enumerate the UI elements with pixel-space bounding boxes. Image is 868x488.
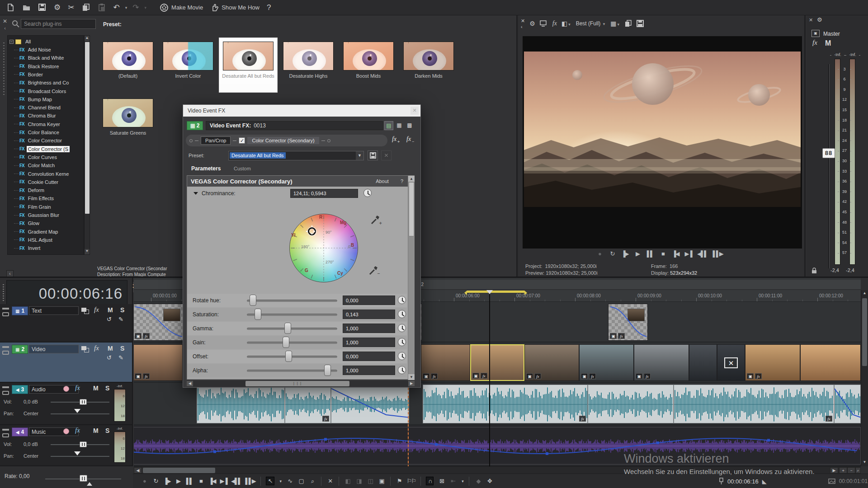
track-fx-icon[interactable]: fx bbox=[94, 306, 99, 314]
solo-button[interactable]: S bbox=[105, 385, 109, 392]
chevron-left-icon[interactable]: ‹ bbox=[2, 25, 8, 32]
scroll-up-icon[interactable]: ▲ bbox=[862, 291, 867, 296]
preset-label[interactable]: Desaturate Highs bbox=[279, 73, 338, 79]
fx-item-label[interactable]: Black Restore bbox=[27, 63, 60, 70]
preset-label[interactable]: Invert Color bbox=[159, 73, 217, 79]
pan-slider-track[interactable] bbox=[51, 413, 109, 414]
expand-track-keyframes-button[interactable]: ◆ bbox=[474, 478, 481, 484]
pan-slider-handle[interactable] bbox=[74, 451, 80, 455]
tab-parameters[interactable]: Parameters bbox=[191, 165, 221, 172]
playhead-marker[interactable] bbox=[486, 290, 493, 294]
scrollbar-thumb[interactable] bbox=[143, 468, 215, 473]
track-grip-icon[interactable] bbox=[2, 386, 9, 388]
panel-grip[interactable] bbox=[3, 284, 4, 302]
compositing-mode-icon[interactable] bbox=[81, 346, 89, 352]
event-fx-icon[interactable]: fx bbox=[579, 416, 586, 422]
undo-button[interactable]: ↶ bbox=[111, 1, 123, 14]
new-project-button[interactable] bbox=[4, 1, 18, 14]
preset-thumbnail[interactable] bbox=[223, 42, 274, 70]
audio-event[interactable]: fx bbox=[674, 385, 834, 423]
preset-label[interactable]: Desaturate All but Reds bbox=[219, 73, 278, 79]
master-fader-handle[interactable]: 88 bbox=[822, 148, 835, 158]
track-name-field[interactable]: Text bbox=[29, 306, 79, 315]
scroll-up-icon[interactable]: ▲ bbox=[408, 176, 415, 182]
chevron-down-icon[interactable]: ▾ bbox=[144, 5, 148, 10]
fx-item-label[interactable]: Convolution Kerne bbox=[27, 171, 71, 177]
fx-item[interactable]: FXFilm Grain bbox=[8, 203, 84, 211]
select-color-eyedropper-icon[interactable]: ＋ bbox=[370, 214, 382, 225]
zoom-tool-icon[interactable]: ⌕ bbox=[855, 467, 861, 474]
fx-item[interactable]: FXColor Match bbox=[8, 161, 84, 169]
fx-item[interactable]: FXColor Curves bbox=[8, 153, 84, 161]
fx-item[interactable]: FXChroma Keyer bbox=[8, 120, 84, 128]
pause-button[interactable]: ▌▌ bbox=[646, 250, 654, 257]
event-fx-icon[interactable]: fx bbox=[826, 416, 832, 422]
track-header-text[interactable]: ▦1TextfxMS↺✎ bbox=[0, 304, 132, 343]
event-fx-icon[interactable]: fx bbox=[431, 373, 438, 379]
insert-marker-button[interactable]: ⚑ bbox=[396, 478, 403, 484]
close-icon[interactable]: ✕‹ bbox=[521, 18, 525, 29]
mute-button[interactable]: M bbox=[93, 385, 99, 392]
parameter-slider-track[interactable] bbox=[247, 370, 337, 372]
enable-snapping-button[interactable]: ∩ bbox=[426, 477, 434, 485]
fx-item-label[interactable]: Color Corrector bbox=[27, 137, 63, 144]
audio-event[interactable] bbox=[331, 385, 409, 423]
fx-item-label[interactable]: Border bbox=[27, 71, 44, 78]
trim-shuffle-button[interactable]: ◫ bbox=[367, 478, 374, 484]
fx-item[interactable]: FXGradient Map bbox=[8, 228, 84, 236]
event-crop-icon[interactable]: ▣ bbox=[135, 333, 142, 339]
fx-item-label[interactable]: Black and White bbox=[27, 55, 65, 61]
fx-item[interactable]: FXDeform bbox=[8, 186, 84, 194]
parent-composite-icon[interactable]: ✎ bbox=[118, 354, 123, 361]
scroll-left-icon[interactable]: ◀ bbox=[187, 381, 193, 386]
event-fx-icon[interactable]: fx bbox=[618, 333, 625, 339]
about-button[interactable]: About bbox=[376, 178, 389, 184]
arm-record-button[interactable] bbox=[63, 428, 69, 434]
record-button[interactable]: ● bbox=[141, 478, 148, 484]
fx-item-label[interactable]: Glow bbox=[27, 220, 41, 226]
parameter-slider-handle[interactable] bbox=[324, 365, 331, 376]
dialog-titlebar[interactable]: Video Event FX ✕ bbox=[183, 105, 420, 117]
scroll-left-icon[interactable]: ◀ bbox=[134, 467, 142, 474]
next-frame-button[interactable]: ▌▌▶ bbox=[245, 478, 255, 484]
chain-plugin-button[interactable]: Color Corrector (Secondary) bbox=[247, 137, 319, 144]
delete-button[interactable]: ✕ bbox=[326, 478, 334, 484]
video-event[interactable]: ▣fx bbox=[579, 344, 634, 381]
fx-item-label[interactable]: Color Corrector (S bbox=[27, 146, 70, 152]
record-button[interactable]: ● bbox=[596, 250, 603, 257]
preset-thumbnail[interactable] bbox=[103, 42, 153, 70]
tool-dropdown-button[interactable]: ▾ bbox=[278, 479, 282, 483]
fx-item[interactable]: FXGlow bbox=[8, 219, 84, 227]
parameter-slider-handle[interactable] bbox=[283, 337, 289, 348]
save-snapshot-icon[interactable] bbox=[637, 20, 644, 27]
track-name-field[interactable]: Audio bbox=[29, 385, 79, 394]
loop-playback-button[interactable]: ↻ bbox=[152, 478, 159, 484]
list-view-icon[interactable]: ▤ bbox=[384, 121, 393, 130]
parameter-slider-handle[interactable] bbox=[250, 295, 256, 306]
preset-thumbnail[interactable] bbox=[403, 42, 454, 70]
crossfade-transition-icon[interactable]: ✕ bbox=[724, 357, 738, 368]
tree-scrollbar[interactable]: ▲ ▼ bbox=[84, 35, 90, 255]
close-icon[interactable]: ✕ bbox=[2, 18, 8, 24]
chrominance-point-marker[interactable] bbox=[308, 227, 316, 235]
track-grip-icon[interactable] bbox=[2, 429, 9, 431]
fx-item-label[interactable]: Brightness and Co bbox=[27, 80, 71, 86]
track-fx-icon[interactable]: fx bbox=[94, 344, 99, 352]
quantize-dropdown-button[interactable]: ▾ bbox=[460, 479, 464, 483]
pan-slider-handle[interactable] bbox=[74, 409, 80, 413]
detail-view-icon[interactable]: ▩ bbox=[405, 121, 414, 130]
play-button[interactable]: ▶ bbox=[634, 250, 641, 257]
parameters-scrollbar[interactable]: ▲ ▼ bbox=[408, 176, 415, 380]
scrollbar-thumb[interactable] bbox=[85, 42, 90, 214]
video-event[interactable]: ▣fx bbox=[745, 344, 800, 381]
parameter-slider-handle[interactable] bbox=[255, 309, 261, 320]
envelope-edit-tool-button[interactable]: ∿ bbox=[286, 478, 293, 484]
remove-fx-button[interactable]: fx－ bbox=[406, 136, 415, 145]
cut-button[interactable]: ✂ bbox=[65, 1, 77, 14]
chevron-down-icon[interactable]: ▾ bbox=[124, 5, 128, 10]
animate-clock-icon[interactable] bbox=[398, 352, 406, 360]
redo-button[interactable]: ↷ bbox=[130, 1, 142, 14]
lock-button[interactable]: ▣ bbox=[378, 478, 385, 484]
volume-slider-handle[interactable] bbox=[80, 441, 87, 447]
collapse-box-icon[interactable]: − bbox=[9, 40, 14, 44]
